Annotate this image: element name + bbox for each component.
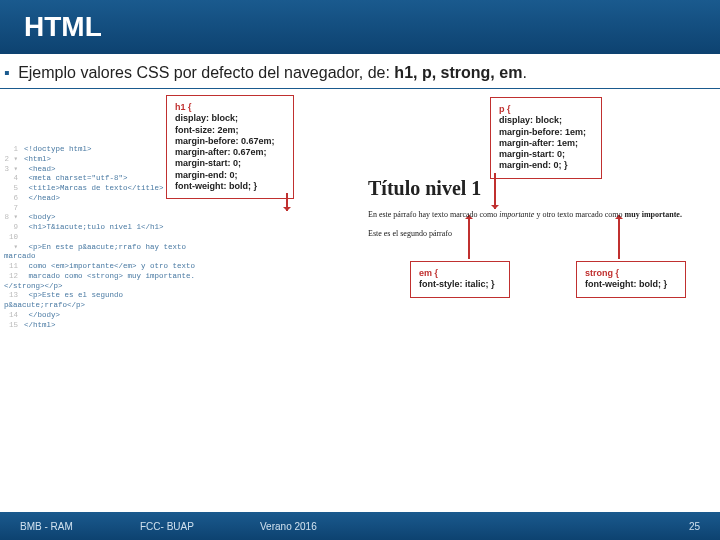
css-box-p: p { display: block; margin-before: 1em; …: [490, 97, 602, 179]
footer-page: 25: [689, 521, 700, 532]
css-box-em: em { font-style: italic; }: [410, 261, 510, 298]
css-selector: strong {: [585, 268, 677, 279]
title-bar: HTML: [0, 0, 720, 54]
footer-center1: FCC- BUAP: [140, 521, 260, 532]
render-h1: Título nivel 1: [368, 177, 708, 200]
css-selector: em {: [419, 268, 501, 279]
bullet-icon: ▪: [4, 64, 10, 81]
footer-center2: Verano 2016: [260, 521, 317, 532]
source-code: 1<!doctype html> 2 ▾<html> 3 ▾ <head> 4 …: [4, 145, 204, 330]
subheading-row: ▪ Ejemplo valores CSS por defecto del na…: [0, 58, 720, 89]
slide-title: HTML: [24, 11, 102, 43]
render-p1: En este párrafo hay texto marcado como i…: [368, 210, 708, 219]
arrow-h1-down: [286, 193, 288, 211]
render-p2: Este es el segundo párrafo: [368, 229, 708, 238]
subheading-text: Ejemplo valores CSS por defecto del nave…: [18, 64, 527, 81]
css-selector: p {: [499, 104, 593, 115]
content-stage: h1 { display: block; font-size: 2em; mar…: [0, 95, 720, 455]
footer-left: BMB - RAM: [20, 521, 140, 532]
css-selector: h1 {: [175, 102, 285, 113]
css-box-strong: strong { font-weight: bold; }: [576, 261, 686, 298]
render-preview: Título nivel 1 En este párrafo hay texto…: [368, 177, 708, 248]
footer-bar: BMB - RAM FCC- BUAP Verano 2016 25: [0, 512, 720, 540]
